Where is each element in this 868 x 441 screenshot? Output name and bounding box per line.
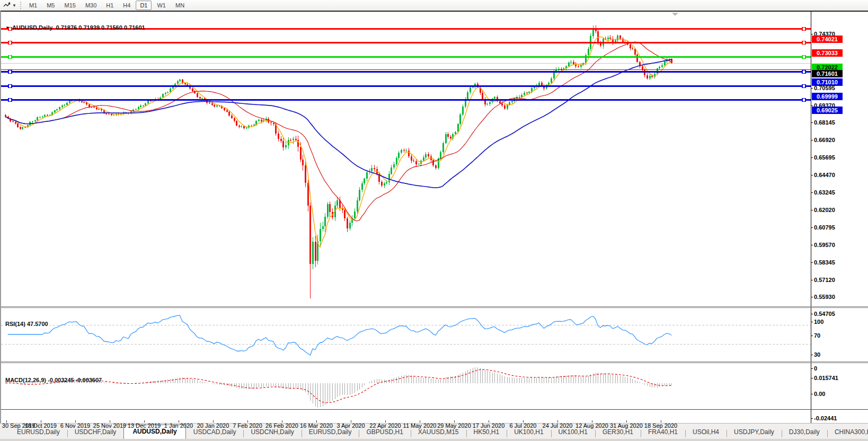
line-handle[interactable] [8, 70, 12, 74]
candle-body [519, 97, 520, 98]
candle-body [413, 161, 414, 161]
candle-body [295, 139, 297, 140]
price-axis-tick [811, 280, 813, 280]
candle-body [534, 87, 535, 89]
date-axis-label: 26 Feb 2020 [265, 422, 298, 429]
candle-body [293, 139, 294, 140]
date-axis-label: 13 Dec 2019 [128, 422, 161, 429]
candle-body [509, 102, 510, 105]
candle-body [162, 94, 164, 97]
line-handle[interactable] [8, 85, 12, 88]
price-level-tag[interactable]: 0.69025 [812, 107, 843, 114]
candle-body [243, 126, 245, 128]
candle-body [349, 223, 351, 228]
line-handle[interactable] [802, 99, 805, 102]
candle-body [88, 104, 90, 107]
candle-body [432, 160, 434, 165]
price-axis-tick [811, 314, 813, 314]
chart-mode-icon[interactable] [2, 1, 12, 10]
line-handle[interactable] [802, 41, 805, 45]
candle-body [455, 132, 456, 134]
candle-body [302, 160, 304, 165]
candle-body [553, 72, 555, 78]
price-axis-tick [811, 140, 813, 140]
rsi-pane [8, 315, 672, 355]
candle-body [312, 242, 314, 264]
chart-tab-china300-h1[interactable]: CHINA300,H1 [827, 426, 868, 439]
candle-body [462, 107, 464, 114]
line-handle[interactable] [8, 56, 12, 59]
candle-body [305, 165, 306, 183]
candle-body [558, 69, 560, 69]
candle-body [435, 165, 437, 168]
timeframe-button-h1[interactable]: H1 [102, 1, 118, 10]
chart-graphics[interactable] [1, 11, 868, 435]
candle-body [165, 93, 166, 94]
candle-body [192, 89, 193, 91]
candle-body [261, 120, 262, 121]
candle-body [150, 101, 152, 101]
candle-body [34, 120, 36, 121]
candle-body [347, 218, 348, 229]
line-handle[interactable] [802, 56, 805, 59]
candle-body [93, 107, 95, 108]
price-axis-tick-label: 0.58345 [814, 259, 835, 266]
chart-tab-usdjpy-daily[interactable]: USDJPY,Daily [727, 426, 782, 439]
date-axis-label: 18 Sep 2020 [644, 422, 677, 429]
timeframe-button-h4[interactable]: H4 [119, 1, 135, 10]
candle-body [211, 103, 213, 105]
line-handle[interactable] [802, 28, 805, 31]
timeframe-toolbar: ▼ M1 M5 M15 M30 H1 H4 D1 W1 MN [0, 0, 868, 11]
chevron-down-icon[interactable]: ▼ [12, 3, 16, 8]
chart-window[interactable]: ▼AUDUSD,Daily 0.71876 0.71939 0.71560 0.… [0, 11, 868, 423]
candle-body [39, 117, 41, 118]
candle-body [187, 84, 188, 85]
candle-body [551, 78, 552, 83]
candle-body [320, 229, 321, 241]
price-axis-tick-label: 0.66920 [814, 137, 835, 143]
price-level-tag[interactable]: 0.73033 [812, 49, 843, 57]
toolbar-drag-handle[interactable] [20, 2, 21, 9]
price-axis-tick-label: 0.59570 [814, 242, 835, 248]
candle-body [524, 93, 525, 95]
candle-body [411, 156, 412, 161]
candle-body [113, 115, 114, 116]
date-axis-label: 6 Jul 2020 [510, 422, 537, 429]
price-level-tag[interactable]: 0.71010 [812, 78, 843, 86]
candle-body [359, 190, 360, 200]
timeframe-button-w1[interactable]: W1 [153, 1, 170, 10]
date-axis-label: 6 Nov 2019 [60, 422, 90, 429]
timeframe-button-m30[interactable]: M30 [81, 1, 101, 10]
rsi-axis-tick-label: 30 [814, 351, 820, 358]
price-level-tag[interactable]: 0.69999 [812, 93, 843, 100]
candle-body [664, 61, 666, 65]
candle-body [486, 104, 488, 104]
line-handle[interactable] [8, 99, 12, 102]
chart-tab-usoil-h4[interactable]: USOil,H4 [685, 426, 727, 439]
macd-axis-tick-label: 0.015741 [814, 375, 838, 381]
line-handle[interactable] [802, 85, 805, 88]
candle-body [526, 93, 528, 93]
candle-body [253, 125, 255, 126]
price-axis-tick-label: 0.68145 [814, 119, 835, 126]
timeframe-button-mn[interactable]: MN [171, 1, 189, 10]
macd-axis-tick [811, 418, 813, 419]
price-level-tag[interactable]: 0.74021 [812, 36, 843, 43]
timeframe-button-m1[interactable]: M1 [25, 1, 41, 10]
timeframe-button-d1[interactable]: D1 [136, 1, 152, 10]
line-handle[interactable] [802, 70, 805, 74]
candle-body [649, 76, 651, 78]
candle-body [470, 87, 471, 93]
candle-body [307, 183, 309, 206]
candle-body [140, 105, 141, 107]
title-dropdown-icon[interactable]: ▼ [5, 25, 10, 30]
chart-shift-marker-icon[interactable] [672, 13, 678, 16]
line-handle[interactable] [8, 41, 12, 45]
timeframe-button-m15[interactable]: M15 [60, 1, 79, 10]
candle-body [447, 134, 449, 137]
timeframe-button-m5[interactable]: M5 [42, 1, 59, 10]
chart-tab-dj30-daily[interactable]: DJ30,Daily [782, 426, 827, 439]
date-axis-label: 3 Apr 2020 [336, 422, 365, 429]
candle-body [501, 103, 503, 105]
candle-body [482, 93, 483, 99]
